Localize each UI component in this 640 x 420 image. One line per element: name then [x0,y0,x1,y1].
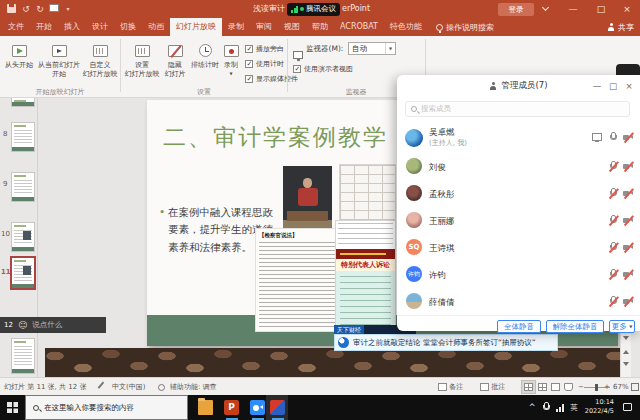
save-icon[interactable] [5,3,17,15]
tray-expand-icon[interactable]: ^ [526,395,538,420]
mic-off-icon[interactable] [608,296,618,307]
network-icon[interactable] [556,404,564,412]
undo-icon[interactable]: ↺ [20,3,32,15]
taskbar-search-input[interactable]: 在这里输入你要搜索的内容 [25,395,188,420]
tab-file[interactable]: 文件 [2,18,30,36]
media-controls-checkbox[interactable]: 显示媒体控件 [245,74,298,84]
tab-review[interactable]: 审阅 [250,18,278,36]
tencent-meeting-icon[interactable] [250,400,265,415]
tab-features[interactable]: 特色功能 [384,18,428,36]
share-button[interactable]: 共享 [607,18,634,36]
camera-off-icon[interactable] [623,188,633,199]
scroll-down-arrow-icon[interactable] [623,336,629,340]
meeting-chat-bar[interactable]: 12 ☺ 说点什么 [0,317,106,333]
slideshow-quick-icon[interactable] [48,3,60,15]
more-button[interactable]: 更多 ▼ [609,320,635,333]
minimize-icon[interactable]: — [562,0,584,18]
language-indicator[interactable]: 中文(中国) [112,378,145,396]
slideshow-view-button[interactable] [564,378,573,396]
close-icon[interactable]: × [616,0,638,18]
thumbnail-slide-10[interactable] [11,222,35,252]
emoji-icon[interactable]: ☺ [18,321,27,330]
slide-title[interactable]: 二、审计学案例教学 [163,122,388,153]
mic-off-icon[interactable] [608,161,618,172]
setup-slideshow-button[interactable]: 设置 幻灯片放映 [123,42,161,78]
fit-to-window-icon[interactable] [631,378,639,396]
table-image-clip[interactable] [339,164,396,221]
camera-off-icon[interactable] [623,215,633,226]
case-photo[interactable] [283,166,332,228]
camera-off-icon[interactable] [623,242,633,253]
tab-slideshow-active[interactable]: 幻灯片放映 [170,18,222,36]
mic-off-icon[interactable] [608,215,618,226]
from-current-slide-button[interactable]: 从当前幻灯片 开始 [37,42,81,78]
tab-transitions[interactable]: 切换 [114,18,142,36]
camera-off-icon[interactable] [623,132,633,143]
slide-counter[interactable]: 幻灯片 第 11 张, 共 12 张 [4,378,86,396]
file-explorer-icon[interactable] [198,400,213,415]
previous-slide-button[interactable] [623,350,629,354]
record-button[interactable]: 录制 ▼ [220,42,242,78]
accessibility-status[interactable]: 辅助功能: 调查 [170,378,217,396]
comments-toggle[interactable]: 批注 [480,378,505,396]
powerpoint-icon[interactable]: P [224,400,239,415]
start-button[interactable] [0,395,25,420]
tell-me-search[interactable]: 操作说明搜索 [428,18,502,36]
play-narrations-checkbox[interactable]: 播放旁白 [245,44,284,54]
app-icon[interactable] [270,400,285,415]
redo-icon[interactable]: ↻ [34,3,46,15]
clock[interactable]: 10:14 2022/4/5 [572,398,614,416]
zoom-level[interactable]: 67% [613,378,629,396]
zoom-in-button[interactable]: + [604,378,610,396]
tab-design[interactable]: 设计 [86,18,114,36]
custom-slideshow-button[interactable]: 自定义 幻灯片放映 [81,42,119,78]
notification-center-icon[interactable] [623,403,632,411]
next-slide-button[interactable] [623,362,629,366]
mute-all-button[interactable]: 全体静音 [497,320,541,333]
presenter-view-checkbox[interactable]: 使用演示者视图 [293,64,353,74]
mic-on-icon[interactable] [608,132,618,143]
tab-acrobat[interactable]: ACROBAT [334,18,384,36]
tab-home[interactable]: 开始 [30,18,58,36]
reading-view-button[interactable] [551,378,560,396]
panel-maximize-icon[interactable]: □ [606,80,620,92]
panel-close-icon[interactable]: × [622,80,636,92]
camera-off-icon[interactable] [623,296,633,307]
maximize-icon[interactable]: □ [590,0,612,18]
thumbnail-slide-7-partial[interactable] [11,98,35,107]
hide-slide-button[interactable]: 隐藏 幻灯片 [161,42,189,78]
thumbnail-slide-12[interactable] [11,338,35,374]
tray-mic-icon[interactable] [540,395,552,420]
screen-share-icon[interactable] [591,132,601,143]
tab-view[interactable]: 视图 [278,18,306,36]
ribbon-display-options-icon[interactable] [534,0,556,18]
rehearse-timings-button[interactable]: 排练计时 [189,42,221,70]
news-article-clip[interactable]: 特别代表人诉讼 [335,220,396,333]
camera-off-icon[interactable] [623,161,633,172]
slide-sorter-view-button[interactable] [538,378,547,396]
member-search-input[interactable]: 搜索成员 [405,101,630,117]
tab-insert[interactable]: 插入 [58,18,86,36]
unmute-all-button[interactable]: 解除全体静音 [546,320,604,333]
mic-off-icon[interactable] [608,242,618,253]
record-dropdown[interactable]: ▼ [220,70,242,79]
meeting-mini-badge[interactable]: 腾讯会议 [287,3,340,16]
thumbnail-slide-8[interactable] [11,122,35,152]
zoom-out-button[interactable]: − [578,378,584,396]
tab-record[interactable]: 录制 [222,18,250,36]
use-timings-checkbox[interactable]: 使用计时 [245,59,284,69]
tab-help[interactable]: 帮助 [306,18,334,36]
thumbnail-slide-9[interactable] [11,172,35,202]
camera-off-icon[interactable] [623,269,633,280]
login-button[interactable]: 登录 [498,3,534,16]
notes-toggle[interactable]: 备注 [438,378,463,396]
mic-off-icon[interactable] [608,269,618,280]
qat-customize-icon[interactable]: ▾ [62,3,74,15]
panel-minimize-icon[interactable]: — [590,80,604,92]
dropdown-arrow-icon[interactable]: ▼ [385,43,395,54]
mic-off-icon[interactable] [608,188,618,199]
spell-check-icon[interactable] [98,378,104,396]
thumbnail-slide-11-selected[interactable] [10,256,36,290]
tab-animations[interactable]: 动画 [142,18,170,36]
monitor-dropdown[interactable]: 自动 ▼ [348,42,396,55]
